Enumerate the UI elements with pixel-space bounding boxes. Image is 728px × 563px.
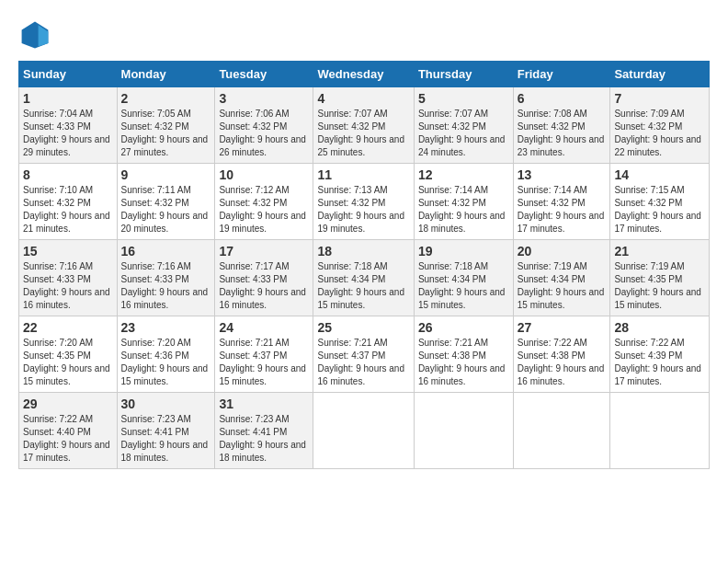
day-number: 15 (23, 244, 113, 259)
day-number: 12 (418, 167, 509, 182)
day-cell: 14 Sunrise: 7:15 AMSunset: 4:32 PMDaylig… (610, 164, 710, 240)
day-number: 31 (219, 396, 309, 411)
day-info: Sunrise: 7:13 AMSunset: 4:32 PMDaylight:… (317, 185, 404, 234)
week-row-2: 8 Sunrise: 7:10 AMSunset: 4:32 PMDayligh… (19, 164, 710, 240)
day-cell: 26 Sunrise: 7:21 AMSunset: 4:38 PMDaylig… (414, 316, 513, 393)
week-row-4: 22 Sunrise: 7:20 AMSunset: 4:35 PMDaylig… (19, 316, 710, 393)
header-row: SundayMondayTuesdayWednesdayThursdayFrid… (19, 62, 710, 87)
day-number: 13 (518, 167, 607, 182)
day-cell: 16 Sunrise: 7:16 AMSunset: 4:33 PMDaylig… (117, 240, 215, 316)
header-cell-monday: Monday (117, 62, 215, 87)
day-number: 7 (614, 91, 705, 106)
day-cell: 4 Sunrise: 7:07 AMSunset: 4:32 PMDayligh… (313, 87, 414, 164)
logo-icon (18, 18, 51, 52)
day-cell: 15 Sunrise: 7:16 AMSunset: 4:33 PMDaylig… (19, 240, 118, 316)
day-cell: 13 Sunrise: 7:14 AMSunset: 4:32 PMDaylig… (513, 164, 610, 240)
day-number: 27 (518, 320, 607, 335)
day-info: Sunrise: 7:23 AMSunset: 4:41 PMDaylight:… (121, 414, 209, 463)
day-info: Sunrise: 7:18 AMSunset: 4:34 PMDaylight:… (418, 261, 506, 310)
day-cell: 27 Sunrise: 7:22 AMSunset: 4:38 PMDaylig… (513, 316, 610, 393)
calendar-table: SundayMondayTuesdayWednesdayThursdayFrid… (18, 61, 710, 469)
day-info: Sunrise: 7:20 AMSunset: 4:35 PMDaylight:… (23, 338, 110, 386)
day-info: Sunrise: 7:16 AMSunset: 4:33 PMDaylight:… (121, 261, 209, 310)
day-number: 19 (418, 244, 509, 259)
day-cell (513, 393, 610, 469)
day-info: Sunrise: 7:20 AMSunset: 4:36 PMDaylight:… (121, 338, 209, 386)
day-cell: 6 Sunrise: 7:08 AMSunset: 4:32 PMDayligh… (513, 87, 610, 164)
day-info: Sunrise: 7:22 AMSunset: 4:40 PMDaylight:… (23, 414, 110, 463)
day-cell: 8 Sunrise: 7:10 AMSunset: 4:32 PMDayligh… (19, 164, 118, 240)
day-info: Sunrise: 7:18 AMSunset: 4:34 PMDaylight:… (317, 261, 404, 310)
day-cell (414, 393, 513, 469)
header-cell-tuesday: Tuesday (215, 62, 313, 87)
day-info: Sunrise: 7:21 AMSunset: 4:37 PMDaylight:… (317, 338, 404, 386)
day-cell: 3 Sunrise: 7:06 AMSunset: 4:32 PMDayligh… (215, 87, 313, 164)
day-number: 3 (219, 91, 309, 106)
day-cell: 17 Sunrise: 7:17 AMSunset: 4:33 PMDaylig… (215, 240, 313, 316)
day-cell: 9 Sunrise: 7:11 AMSunset: 4:32 PMDayligh… (117, 164, 215, 240)
day-number: 11 (317, 167, 409, 182)
header-cell-wednesday: Wednesday (313, 62, 414, 87)
day-cell: 11 Sunrise: 7:13 AMSunset: 4:32 PMDaylig… (313, 164, 414, 240)
logo (18, 18, 55, 52)
week-row-5: 29 Sunrise: 7:22 AMSunset: 4:40 PMDaylig… (19, 393, 710, 469)
day-info: Sunrise: 7:22 AMSunset: 4:39 PMDaylight:… (614, 338, 701, 386)
header-cell-friday: Friday (513, 62, 610, 87)
day-info: Sunrise: 7:07 AMSunset: 4:32 PMDaylight:… (317, 109, 404, 157)
header-cell-sunday: Sunday (19, 62, 118, 87)
day-number: 8 (23, 167, 113, 182)
day-cell: 1 Sunrise: 7:04 AMSunset: 4:33 PMDayligh… (19, 87, 118, 164)
day-number: 5 (418, 91, 509, 106)
day-number: 18 (317, 244, 409, 259)
day-cell: 19 Sunrise: 7:18 AMSunset: 4:34 PMDaylig… (414, 240, 513, 316)
day-info: Sunrise: 7:07 AMSunset: 4:32 PMDaylight:… (418, 109, 506, 157)
day-cell: 12 Sunrise: 7:14 AMSunset: 4:32 PMDaylig… (414, 164, 513, 240)
day-info: Sunrise: 7:15 AMSunset: 4:32 PMDaylight:… (614, 185, 701, 234)
day-number: 28 (614, 320, 705, 335)
day-number: 22 (23, 320, 113, 335)
day-cell: 30 Sunrise: 7:23 AMSunset: 4:41 PMDaylig… (117, 393, 215, 469)
day-number: 2 (121, 91, 211, 106)
day-info: Sunrise: 7:10 AMSunset: 4:32 PMDaylight:… (23, 185, 110, 234)
page-header (18, 18, 710, 52)
day-info: Sunrise: 7:14 AMSunset: 4:32 PMDaylight:… (418, 185, 506, 234)
day-cell: 28 Sunrise: 7:22 AMSunset: 4:39 PMDaylig… (610, 316, 710, 393)
day-cell: 24 Sunrise: 7:21 AMSunset: 4:37 PMDaylig… (215, 316, 313, 393)
day-info: Sunrise: 7:22 AMSunset: 4:38 PMDaylight:… (518, 338, 605, 386)
day-number: 24 (219, 320, 309, 335)
day-number: 4 (317, 91, 409, 106)
day-cell: 10 Sunrise: 7:12 AMSunset: 4:32 PMDaylig… (215, 164, 313, 240)
day-number: 16 (121, 244, 211, 259)
day-number: 23 (121, 320, 211, 335)
day-info: Sunrise: 7:11 AMSunset: 4:32 PMDaylight:… (121, 185, 209, 234)
day-cell: 25 Sunrise: 7:21 AMSunset: 4:37 PMDaylig… (313, 316, 414, 393)
day-info: Sunrise: 7:06 AMSunset: 4:32 PMDaylight:… (219, 109, 306, 157)
day-info: Sunrise: 7:21 AMSunset: 4:37 PMDaylight:… (219, 338, 306, 386)
day-info: Sunrise: 7:16 AMSunset: 4:33 PMDaylight:… (23, 261, 110, 310)
day-number: 17 (219, 244, 309, 259)
day-info: Sunrise: 7:09 AMSunset: 4:32 PMDaylight:… (614, 109, 701, 157)
day-number: 14 (614, 167, 705, 182)
week-row-1: 1 Sunrise: 7:04 AMSunset: 4:33 PMDayligh… (19, 87, 710, 164)
day-number: 29 (23, 396, 113, 411)
day-number: 6 (518, 91, 607, 106)
day-number: 25 (317, 320, 409, 335)
day-info: Sunrise: 7:23 AMSunset: 4:41 PMDaylight:… (219, 414, 306, 463)
day-info: Sunrise: 7:08 AMSunset: 4:32 PMDaylight:… (518, 109, 605, 157)
day-info: Sunrise: 7:19 AMSunset: 4:34 PMDaylight:… (518, 261, 605, 310)
day-info: Sunrise: 7:21 AMSunset: 4:38 PMDaylight:… (418, 338, 506, 386)
day-cell: 2 Sunrise: 7:05 AMSunset: 4:32 PMDayligh… (117, 87, 215, 164)
day-number: 21 (614, 244, 705, 259)
day-cell: 5 Sunrise: 7:07 AMSunset: 4:32 PMDayligh… (414, 87, 513, 164)
day-number: 26 (418, 320, 509, 335)
day-cell: 22 Sunrise: 7:20 AMSunset: 4:35 PMDaylig… (19, 316, 118, 393)
day-info: Sunrise: 7:17 AMSunset: 4:33 PMDaylight:… (219, 261, 306, 310)
day-info: Sunrise: 7:14 AMSunset: 4:32 PMDaylight:… (518, 185, 605, 234)
day-cell: 21 Sunrise: 7:19 AMSunset: 4:35 PMDaylig… (610, 240, 710, 316)
day-number: 1 (23, 91, 113, 106)
day-cell: 23 Sunrise: 7:20 AMSunset: 4:36 PMDaylig… (117, 316, 215, 393)
day-cell: 18 Sunrise: 7:18 AMSunset: 4:34 PMDaylig… (313, 240, 414, 316)
day-cell: 7 Sunrise: 7:09 AMSunset: 4:32 PMDayligh… (610, 87, 710, 164)
day-cell (610, 393, 710, 469)
day-cell: 29 Sunrise: 7:22 AMSunset: 4:40 PMDaylig… (19, 393, 118, 469)
